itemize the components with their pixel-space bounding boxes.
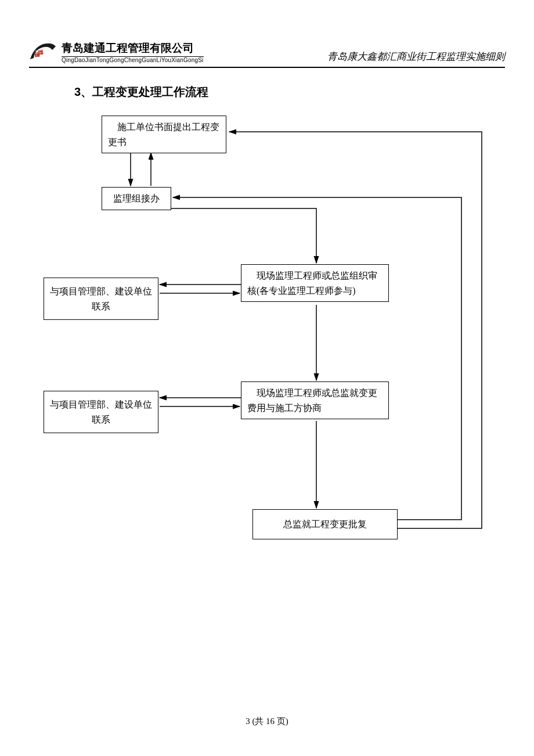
flowchart-box-5: 与项目管理部、建设单位联系 [44,391,158,433]
flowchart-box-3: 与项目管理部、建设单位联系 [44,278,158,320]
flowchart-connectors [44,113,496,549]
flowchart-box-2: 监理组接办 [102,187,171,210]
logo-text: 青岛建通工程管理有限公司 QingDaoJianTongGongChengGua… [62,41,204,63]
section-title: 3、工程变更处理工作流程 [74,84,208,100]
flowchart-box-6: 现场监理工程师或总监就变更费用与施工方协商 [241,381,389,419]
flowchart-box-4: 现场监理工程师或总监组织审核(各专业监理工程师参与) [241,264,389,302]
flowchart-box-7: 总监就工程变更批复 [252,509,398,539]
company-pinyin: QingDaoJianTongGongChengGuanLiYouXianGon… [62,57,204,63]
flowchart-diagram: 施工单位书面提出工程变更书 监理组接办 与项目管理部、建设单位联系 现场监理工程… [44,113,496,549]
page-header: 青岛建通工程管理有限公司 QingDaoJianTongGongChengGua… [29,41,505,68]
flowchart-box-1: 施工单位书面提出工程变更书 [102,116,226,153]
company-logo-icon [29,42,57,63]
document-title: 青岛康大鑫都汇商业街工程监理实施细则 [327,50,505,63]
page-footer: 3 (共 16 页) [0,716,534,727]
company-name: 青岛建通工程管理有限公司 [62,41,204,57]
logo-block: 青岛建通工程管理有限公司 QingDaoJianTongGongChengGua… [29,41,204,63]
